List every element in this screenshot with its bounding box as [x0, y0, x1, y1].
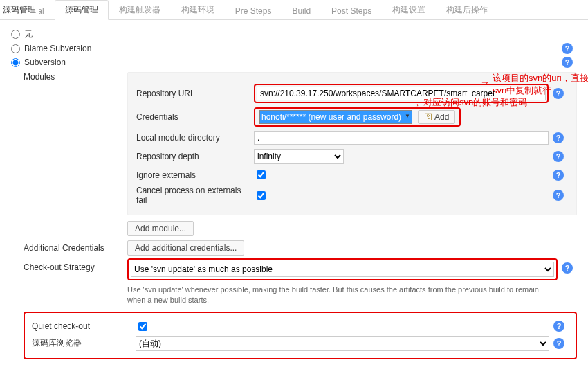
annotation-cred: 对应访问svn的账号和密码 [423, 97, 527, 109]
repo-browser-select[interactable]: (自动) [136, 336, 549, 351]
tab-env[interactable]: 构建环境 [171, 0, 225, 19]
key-icon: ⚿ [424, 112, 432, 122]
additional-cred-label: Additional Credentials [24, 243, 127, 253]
add-credentials-button[interactable]: ⚿Add [418, 110, 455, 124]
credentials-label: Credentials [136, 112, 254, 122]
repo-browser-label: 源码库浏览器 [32, 337, 136, 349]
help-icon[interactable]: ? [553, 132, 564, 143]
scm-blame-radio[interactable]: Blame Subversion [11, 44, 91, 53]
tab-post[interactable]: Post Steps [321, 2, 382, 19]
quiet-checkout-checkbox[interactable] [138, 322, 147, 331]
tab-postbuild[interactable]: 构建后操作 [436, 0, 498, 19]
side-title: 源码管理 [0, 0, 39, 19]
help-icon[interactable]: ? [562, 57, 573, 68]
ignore-ext-checkbox[interactable] [257, 170, 266, 179]
help-icon[interactable]: ? [562, 43, 573, 54]
help-icon[interactable]: ? [553, 321, 564, 332]
cancel-ext-label: Cancel process on externals fail [136, 186, 254, 205]
tab-triggers[interactable]: 构建触发器 [109, 0, 171, 19]
tab-settings[interactable]: 构建设置 [382, 0, 436, 19]
quiet-checkout-label: Quiet check-out [32, 321, 136, 331]
cancel-ext-checkbox[interactable] [257, 191, 266, 200]
local-dir-label: Local module directory [136, 133, 254, 143]
scm-blame-label: Blame Subversion [24, 44, 91, 53]
scm-svn-radio[interactable]: Subversion [11, 57, 66, 67]
annotation-url-arrow: → [480, 76, 490, 89]
tab-scm[interactable]: 源码管理 [55, 0, 109, 20]
help-icon[interactable]: ? [553, 170, 564, 181]
local-dir-input[interactable] [254, 131, 549, 145]
annotation-url: 该项目的svn的uri，直接在svn中复制就行 [493, 72, 588, 97]
checkout-hint: Use 'svn update' whenever possible, maki… [127, 285, 558, 306]
annotation-cred-arrow: → [411, 98, 421, 111]
repo-url-label: Repository URL [136, 89, 254, 98]
help-icon[interactable]: ? [553, 338, 564, 349]
depth-label: Repository depth [136, 152, 254, 161]
help-icon[interactable]: ? [553, 151, 564, 162]
checkout-strategy-select[interactable]: Use 'svn update' as much as possible [131, 262, 554, 277]
tab-bar: General 源码管理 构建触发器 构建环境 Pre Steps Build … [0, 0, 588, 20]
tab-pre[interactable]: Pre Steps [225, 2, 282, 19]
scm-none-radio[interactable]: 无 [11, 28, 33, 40]
scm-svn-label: Subversion [24, 57, 66, 67]
scm-none-label: 无 [24, 28, 33, 40]
ignore-ext-label: Ignore externals [136, 170, 254, 180]
modules-label: Modules [24, 72, 127, 82]
depth-select[interactable]: infinity [254, 149, 344, 164]
checkout-label: Check-out Strategy [24, 258, 127, 272]
tab-build[interactable]: Build [282, 2, 321, 19]
help-icon[interactable]: ? [562, 262, 573, 274]
credentials-select[interactable]: honoti/****** (new user and password) [259, 110, 412, 124]
add-additional-cred-button[interactable]: Add additional credentials... [127, 240, 244, 256]
add-module-button[interactable]: Add module... [127, 221, 194, 236]
help-icon[interactable]: ? [553, 190, 564, 201]
